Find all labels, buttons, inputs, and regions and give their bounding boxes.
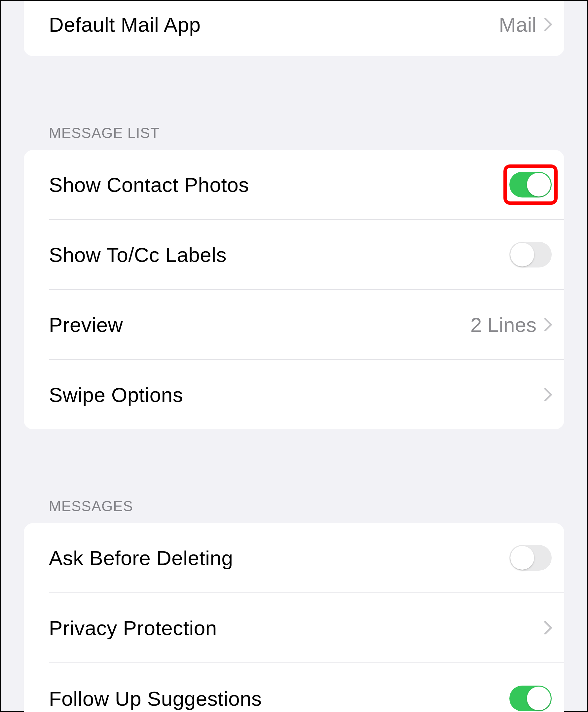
default-mail-app-row[interactable]: Default Mail App Mail bbox=[24, 1, 564, 56]
chevron-right-icon bbox=[544, 621, 552, 634]
ask-before-deleting-toggle[interactable] bbox=[509, 545, 552, 571]
message-list-header: MESSAGE LIST bbox=[24, 125, 564, 150]
show-contact-photos-row: Show Contact Photos bbox=[24, 150, 564, 219]
privacy-protection-label: Privacy Protection bbox=[49, 616, 217, 640]
default-app-group: Default Mail App Mail bbox=[24, 1, 564, 56]
chevron-right-icon bbox=[544, 18, 552, 31]
ask-before-deleting-row: Ask Before Deleting bbox=[24, 523, 564, 592]
ask-before-deleting-label: Ask Before Deleting bbox=[49, 546, 233, 570]
follow-up-suggestions-toggle[interactable] bbox=[509, 686, 552, 711]
show-tocc-labels-toggle[interactable] bbox=[509, 242, 552, 267]
default-mail-app-label: Default Mail App bbox=[49, 13, 201, 36]
show-tocc-labels-row: Show To/Cc Labels bbox=[24, 220, 564, 289]
chevron-right-icon bbox=[544, 318, 552, 331]
messages-header: MESSAGES bbox=[24, 498, 564, 523]
preview-label: Preview bbox=[49, 313, 123, 337]
show-contact-photos-label: Show Contact Photos bbox=[49, 173, 249, 196]
chevron-right-icon bbox=[544, 388, 552, 401]
show-contact-photos-toggle[interactable] bbox=[509, 172, 552, 197]
follow-up-suggestions-row: Follow Up Suggestions bbox=[24, 663, 564, 712]
preview-value: 2 Lines bbox=[470, 313, 537, 337]
follow-up-suggestions-label: Follow Up Suggestions bbox=[49, 687, 262, 710]
messages-group: Ask Before Deleting Privacy Protection F… bbox=[24, 523, 564, 712]
privacy-protection-row[interactable]: Privacy Protection bbox=[24, 593, 564, 663]
swipe-options-row[interactable]: Swipe Options bbox=[24, 360, 564, 429]
show-tocc-labels-label: Show To/Cc Labels bbox=[49, 243, 227, 266]
default-mail-app-value: Mail bbox=[499, 13, 537, 36]
swipe-options-label: Swipe Options bbox=[49, 383, 183, 407]
preview-row[interactable]: Preview 2 Lines bbox=[24, 290, 564, 359]
message-list-group: Show Contact Photos Show To/Cc Labels Pr… bbox=[24, 150, 564, 429]
